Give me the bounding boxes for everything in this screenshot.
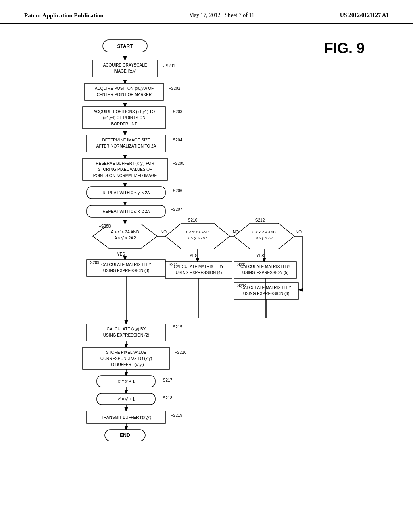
page-header: Patent Application Publication May 17, 2… xyxy=(0,0,413,24)
header-date: May 17, 2012 xyxy=(189,12,220,18)
header-sheet: Sheet 7 of 11 xyxy=(225,12,254,18)
flowchart: START ACQUIRE GRAYSCALE IMAGE I(x,y) ⌐S2… xyxy=(24,36,307,447)
patent-title: Patent Application Publication xyxy=(24,12,104,19)
header-center: May 17, 2012 Sheet 7 of 11 xyxy=(189,12,254,19)
header-left: Patent Application Publication xyxy=(24,12,104,19)
fig-label: FIG. 9 xyxy=(324,40,365,57)
header-right: US 2012/0121127 A1 xyxy=(340,12,389,19)
patent-number: US 2012/0121127 A1 xyxy=(340,12,389,18)
diagram-area: FIG. 9 START ACQUIRE GRAYSCALE IMAGE I(x… xyxy=(0,24,413,455)
